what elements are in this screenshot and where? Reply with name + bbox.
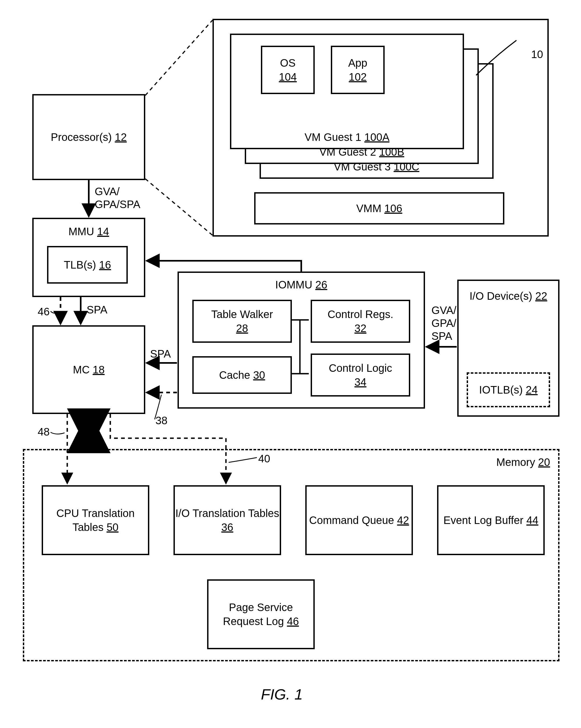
iommu-box: IOMMU 26 Table Walker28 Control Regs.32 … — [178, 271, 425, 409]
mc-box: MC 18 — [32, 325, 145, 414]
memory-label: Memory 20 — [496, 455, 550, 469]
tlb-box: TLB(s) 16 — [47, 246, 128, 284]
page-svc-label: Page Service Request Log 46 — [208, 600, 313, 628]
event-log-box: Event Log Buffer 44 — [437, 485, 545, 555]
n48-label: 48 — [37, 425, 50, 438]
iotlb-box: IOTLB(s) 24 — [467, 372, 550, 407]
fig-caption: FIG. 1 — [261, 685, 303, 703]
cache-label: Cache 30 — [219, 368, 265, 382]
n40-label: 40 — [258, 452, 270, 465]
table-walker-label: Table Walker28 — [211, 307, 273, 335]
n46-label: 46 — [37, 305, 50, 318]
control-regs-label: Control Regs.32 — [328, 307, 394, 335]
spa-left-label: SPA — [86, 303, 107, 316]
table-walker-box: Table Walker28 — [192, 300, 292, 343]
cpu-trans-box: CPU Translation Tables 50 — [42, 485, 149, 555]
os-box: OS104 — [261, 46, 315, 94]
tlb-label: TLB(s) 16 — [64, 258, 111, 272]
cache-box: Cache 30 — [192, 356, 292, 394]
gva-gpa-spa-top-label: GVA/ GPA/SPA — [95, 185, 141, 211]
svg-line-0 — [145, 20, 212, 96]
control-logic-label: Control Logic34 — [329, 361, 392, 389]
page-svc-box: Page Service Request Log 46 — [207, 579, 315, 649]
n38-label: 38 — [155, 414, 168, 427]
io-devices-label: I/O Device(s) 22 — [470, 289, 547, 303]
processors-label: Processor(s) 12 — [51, 130, 127, 144]
mmu-box: MMU 14 TLB(s) 16 — [32, 218, 145, 297]
vmm-label: VMM 106 — [356, 201, 402, 215]
app-label: App102 — [348, 56, 367, 84]
vm-guest-1-box: VM Guest 1 100A OS104 App102 — [230, 34, 464, 149]
cmd-queue-box: Command Queue 42 — [305, 485, 413, 555]
io-trans-box: I/O Translation Tables 36 — [174, 485, 281, 555]
control-logic-box: Control Logic34 — [311, 354, 410, 396]
cpu-trans-label: CPU Translation Tables 50 — [43, 506, 148, 534]
figure-ref-10: 10 — [519, 35, 543, 74]
mmu-label: MMU 14 — [34, 225, 144, 238]
io-trans-label: I/O Translation Tables 36 — [175, 506, 280, 534]
software-container: VM Guest 3 100C VM Guest 2 100B VM Guest… — [212, 19, 549, 237]
spa-mid-label: SPA — [150, 347, 171, 360]
mc-label: MC 18 — [73, 363, 105, 376]
svg-line-1 — [145, 179, 212, 235]
iotlb-label: IOTLB(s) 24 — [479, 383, 538, 397]
iommu-label: IOMMU 26 — [179, 278, 424, 292]
io-devices-box: I/O Device(s) 22 IOTLB(s) 24 — [457, 280, 559, 417]
memory-box: Memory 20 CPU Translation Tables 50 I/O … — [23, 449, 559, 661]
vm1-label: VM Guest 1 100A — [231, 130, 463, 144]
processors-box: Processor(s) 12 — [32, 94, 145, 180]
event-log-label: Event Log Buffer 44 — [444, 513, 538, 527]
control-regs-box: Control Regs.32 — [311, 300, 410, 343]
gva-gpa-spa-right-label: GVA/ GPA/ SPA — [431, 304, 456, 342]
cmd-queue-label: Command Queue 42 — [309, 513, 409, 527]
os-label: OS104 — [279, 56, 297, 84]
vmm-box: VMM 106 — [254, 192, 504, 225]
app-box: App102 — [331, 46, 385, 94]
